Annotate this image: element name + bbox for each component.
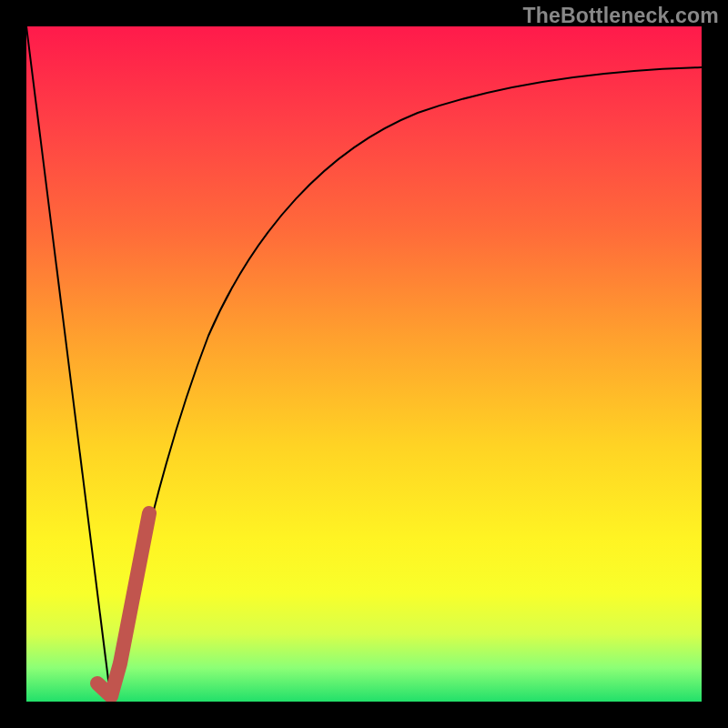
left-descent-line <box>26 26 111 702</box>
chart-frame: TheBottleneck.com <box>0 0 728 728</box>
watermark-text: TheBottleneck.com <box>522 4 719 28</box>
chart-svg <box>26 26 702 702</box>
right-curve <box>111 67 702 702</box>
highlight-segment <box>97 513 149 696</box>
